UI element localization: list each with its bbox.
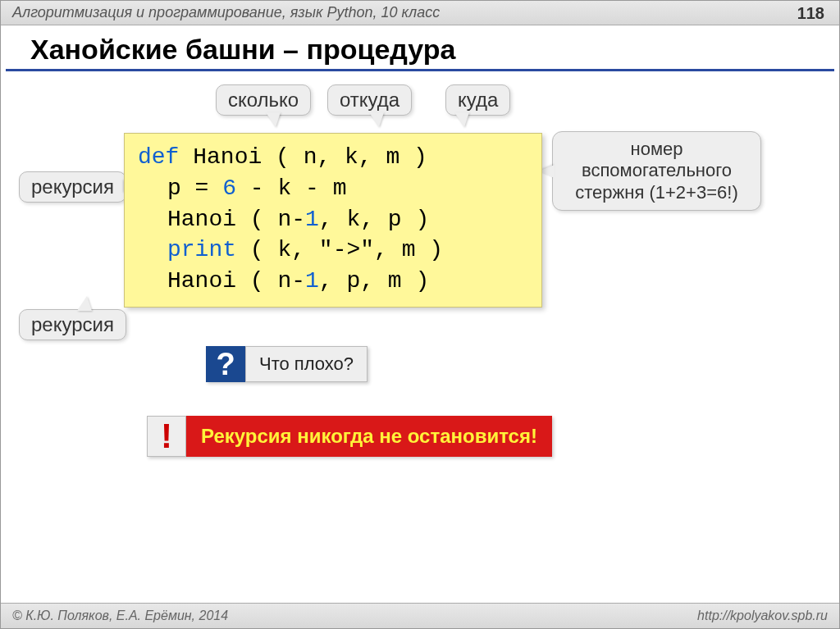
line4b: ( k, "->", m ) (236, 237, 443, 262)
line2b: - k - m (236, 175, 346, 201)
keyword-def: def (138, 144, 179, 170)
line3b: , k, p ) (319, 207, 429, 232)
line3a: Hanoi ( n- (167, 207, 305, 232)
line2-num: 6 (222, 175, 236, 201)
question-box: ? Что плохо? (206, 346, 368, 382)
keyword-print: print (167, 237, 236, 262)
header-bar: Алгоритмизация и программирование, язык … (1, 1, 839, 25)
func-head: Hanoi ( n, k, m ) (179, 144, 427, 170)
question-text: Что плохо? (245, 346, 368, 382)
bubble-recursion-1-text: рекурсия (31, 175, 114, 198)
line2a: p = (167, 175, 222, 201)
bubble-from: откуда (327, 84, 412, 116)
subject-text: Алгоритмизация и программирование, язык … (12, 4, 440, 21)
code-line-3: Hanoi ( n-1, k, p ) (138, 204, 528, 235)
bubble-recursion-1: рекурсия (19, 171, 126, 203)
tail-icon (266, 112, 281, 127)
tail-icon (454, 112, 469, 127)
line5a: Hanoi ( n- (167, 268, 305, 294)
footer-url: http://kpolyakov.spb.ru (697, 608, 828, 623)
line5-num: 1 (305, 268, 319, 294)
code-line-1: def Hanoi ( n, k, m ) (138, 142, 528, 173)
slide-title: Ханойские башни – процедура (6, 25, 834, 71)
bubble-to: куда (445, 84, 510, 116)
footer-bar: © К.Ю. Поляков, Е.А. Ерёмин, 2014 http:/… (1, 603, 839, 628)
line3-num: 1 (305, 207, 319, 232)
code-line-5: Hanoi ( n-1, p, m ) (138, 266, 528, 297)
page-number: 118 (797, 4, 824, 23)
bubble-from-text: откуда (340, 89, 399, 111)
tail-icon (369, 112, 384, 127)
content-area: сколько откуда куда рекурсия рекурсия но… (1, 71, 839, 563)
bubble-to-text: куда (458, 89, 498, 111)
alert-box: ! Рекурсия никогда не остановится! (147, 416, 552, 457)
bubble-howmany-text: сколько (228, 89, 299, 111)
exclamation-icon: ! (147, 416, 186, 457)
code-block: def Hanoi ( n, k, m ) p = 6 - k - m Hano… (124, 133, 542, 308)
alert-text: Рекурсия никогда не остановится! (186, 416, 552, 457)
bubble-recursion-2: рекурсия (19, 309, 126, 340)
tail-icon (77, 296, 92, 311)
code-line-4: print ( k, "->", m ) (138, 235, 528, 266)
question-mark-icon: ? (206, 346, 245, 382)
bubble-aux-rod-text: номер вспомогательного стержня (1+2+3=6!… (575, 139, 737, 203)
copyright-text: © К.Ю. Поляков, Е.А. Ерёмин, 2014 (12, 608, 228, 623)
bubble-howmany: сколько (216, 84, 311, 116)
bubble-aux-rod: номер вспомогательного стержня (1+2+3=6!… (552, 131, 761, 211)
bubble-recursion-2-text: рекурсия (31, 313, 114, 335)
code-line-2: p = 6 - k - m (138, 173, 528, 204)
line5b: , p, m ) (319, 268, 429, 294)
